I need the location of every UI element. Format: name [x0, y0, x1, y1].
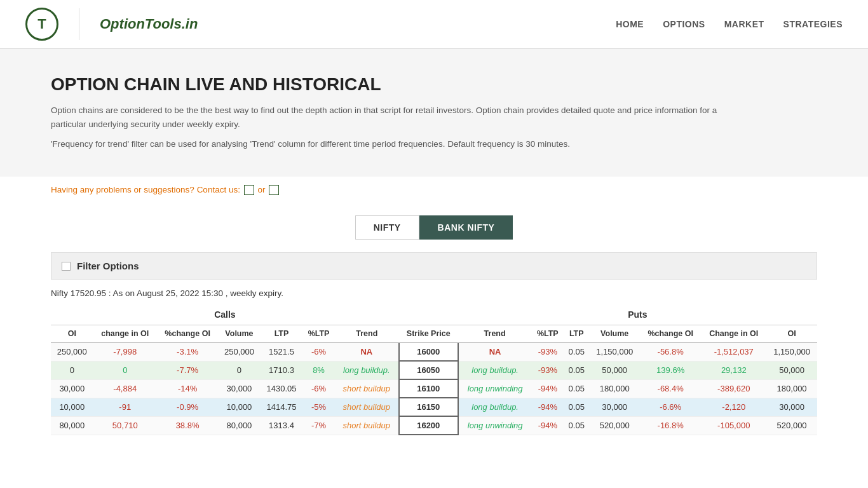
col-put-trend: Trend: [458, 325, 532, 343]
table-row: 10,000 -91 -0.9% 10,000 1414.75 -5% shor…: [51, 398, 817, 416]
put-oi: 520,000: [766, 416, 817, 435]
put-ltp: 0.05: [564, 361, 589, 379]
strike-price: 16100: [399, 379, 458, 398]
put-pct-oi: -68.4%: [640, 379, 701, 398]
put-chg-oi: -389,620: [701, 379, 766, 398]
col-put-pct-ltp: %LTP: [532, 325, 564, 343]
main-nav: HOME OPTIONS MARKET STRATEGIES: [616, 19, 843, 29]
put-trend: NA: [458, 342, 532, 361]
put-oi: 50,000: [766, 361, 817, 379]
call-vol: 10,000: [218, 398, 261, 416]
col-header-row: OI change in OI %change OI Volume LTP %L…: [51, 325, 817, 343]
call-trend: NA: [335, 342, 399, 361]
logo-letter: T: [37, 16, 46, 32]
call-chg-oi: -7,998: [93, 342, 157, 361]
call-oi: 0: [51, 361, 93, 379]
call-chg-oi: 50,710: [93, 416, 157, 435]
logo-name: OptionTools.in: [100, 16, 198, 32]
call-ltp: 1430.05: [261, 379, 303, 398]
put-ltp: 0.05: [564, 379, 589, 398]
strike-price: 16150: [399, 398, 458, 416]
put-ltp: 0.05: [564, 342, 589, 361]
filter-label: Filter Options: [77, 261, 139, 271]
main-content: NIFTY BANK NIFTY Filter Options Nifty 17…: [0, 203, 868, 448]
call-ltp: 1414.75: [261, 398, 303, 416]
put-pct-ltp: -94%: [532, 416, 564, 435]
page-title: OPTION CHAIN LIVE AND HISTORICAL: [51, 74, 817, 95]
call-oi: 80,000: [51, 416, 93, 435]
calls-section-header: Calls: [51, 304, 399, 325]
put-vol: 520,000: [589, 416, 640, 435]
contact-text: Having any problems or suggestions? Cont…: [51, 185, 280, 194]
nav-options[interactable]: OPTIONS: [663, 19, 705, 29]
col-call-trend: Trend: [335, 325, 399, 343]
col-put-pct-oi: %change OI: [640, 325, 701, 343]
contact-icon-2[interactable]: [269, 185, 279, 195]
call-pct-ltp: -6%: [302, 342, 335, 361]
data-table: Calls Puts OI change in OI %change OI Vo…: [51, 304, 817, 435]
call-pct-ltp: -7%: [302, 416, 335, 435]
col-call-vol: Volume: [218, 325, 261, 343]
table-row: 250,000 -7,998 -3.1% 250,000 1521.5 -6% …: [51, 342, 817, 361]
call-trend: short buildup: [335, 416, 399, 435]
call-pct-oi: -7.7%: [157, 361, 218, 379]
call-oi: 250,000: [51, 342, 93, 361]
call-oi: 10,000: [51, 398, 93, 416]
status-line: Nifty 17520.95 : As on August 25, 2022 1…: [51, 288, 817, 298]
put-chg-oi: -105,000: [701, 416, 766, 435]
col-call-pct-ltp: %LTP: [302, 325, 335, 343]
put-ltp: 0.05: [564, 416, 589, 435]
col-put-chg-oi: Change in OI: [701, 325, 766, 343]
tab-nifty[interactable]: NIFTY: [355, 215, 419, 240]
call-trend: short buildup: [335, 379, 399, 398]
nav-home[interactable]: HOME: [616, 19, 644, 29]
put-vol: 50,000: [589, 361, 640, 379]
call-chg-oi: -4,884: [93, 379, 157, 398]
col-call-oi: OI: [51, 325, 93, 343]
put-vol: 1,150,000: [589, 342, 640, 361]
put-pct-oi: -56.8%: [640, 342, 701, 361]
put-oi: 180,000: [766, 379, 817, 398]
call-vol: 30,000: [218, 379, 261, 398]
logo-icon: T: [25, 8, 58, 41]
header-divider: [79, 8, 79, 40]
call-oi: 30,000: [51, 379, 93, 398]
call-chg-oi: 0: [93, 361, 157, 379]
table-body: 250,000 -7,998 -3.1% 250,000 1521.5 -6% …: [51, 342, 817, 435]
contact-icon-1[interactable]: [244, 185, 254, 195]
strike-price: 16000: [399, 342, 458, 361]
call-trend: short buildup: [335, 398, 399, 416]
logo-area: T OptionTools.in: [25, 8, 198, 41]
col-put-vol: Volume: [589, 325, 640, 343]
put-chg-oi: -2,120: [701, 398, 766, 416]
call-pct-ltp: 8%: [302, 361, 335, 379]
puts-section-header: Puts: [458, 304, 817, 325]
tab-area: NIFTY BANK NIFTY: [51, 215, 817, 240]
put-trend: long buildup.: [458, 361, 532, 379]
put-pct-ltp: -94%: [532, 379, 564, 398]
call-pct-oi: -3.1%: [157, 342, 218, 361]
option-chain-table: Calls Puts OI change in OI %change OI Vo…: [51, 304, 817, 435]
col-put-ltp: LTP: [564, 325, 589, 343]
col-put-oi: OI: [766, 325, 817, 343]
call-ltp: 1710.3: [261, 361, 303, 379]
call-pct-oi: 38.8%: [157, 416, 218, 435]
filter-checkbox[interactable]: [62, 262, 71, 271]
nav-strategies[interactable]: STRATEGIES: [783, 19, 843, 29]
put-vol: 180,000: [589, 379, 640, 398]
contact-bar: Having any problems or suggestions? Cont…: [0, 177, 868, 203]
col-strike: Strike Price: [399, 325, 458, 343]
strike-price: 16200: [399, 416, 458, 435]
put-pct-ltp: -94%: [532, 398, 564, 416]
call-pct-oi: -14%: [157, 379, 218, 398]
nav-market[interactable]: MARKET: [724, 19, 764, 29]
put-ltp: 0.05: [564, 398, 589, 416]
put-pct-ltp: -93%: [532, 361, 564, 379]
put-trend: long unwinding: [458, 416, 532, 435]
tab-bank-nifty[interactable]: BANK NIFTY: [419, 215, 513, 240]
col-call-ltp: LTP: [261, 325, 303, 343]
put-chg-oi: -1,512,037: [701, 342, 766, 361]
put-chg-oi: 29,132: [701, 361, 766, 379]
call-ltp: 1521.5: [261, 342, 303, 361]
call-vol: 80,000: [218, 416, 261, 435]
